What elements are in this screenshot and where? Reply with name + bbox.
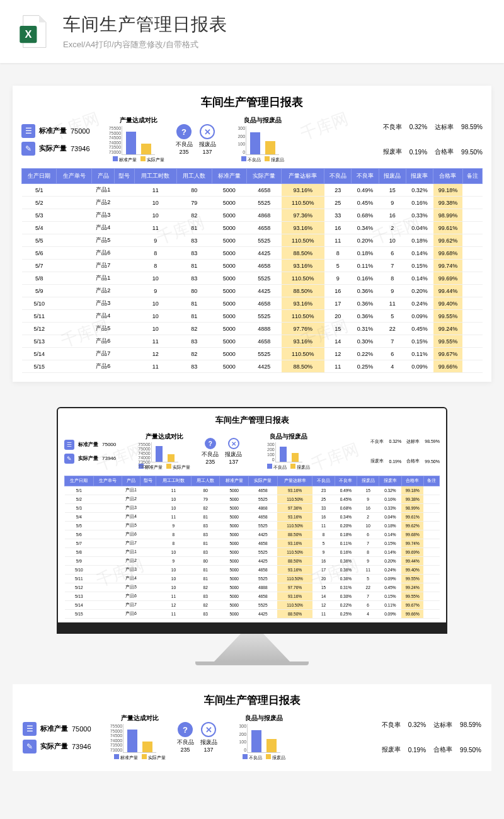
table-row: 5/6产品68835000442588.50%80.18%60.14%99.68…	[22, 247, 483, 260]
table-row: 5/2产品2107950005525110.50%250.45%90.16%99…	[22, 197, 483, 209]
question-icon: ?	[178, 722, 193, 737]
table-header: 用工人数	[191, 476, 220, 486]
act-output-label: 实际产量	[78, 455, 98, 462]
table-header: 实际产量	[246, 169, 281, 184]
table-header: 不良率	[352, 169, 379, 184]
chart-output-compare: 产量达成对比 755007500074500740007350073000 标准…	[139, 432, 190, 471]
checklist-icon: ✎	[23, 740, 37, 753]
table-row: 5/13产品611835000465893.16%140.30%70.15%99…	[22, 335, 483, 348]
stat-icons: ?不良品235 ✕报废品137	[202, 432, 242, 471]
table-row: 5/3产品310825000486897.36%330.68%160.33%98…	[65, 504, 440, 513]
table-row: 5/8产品1108350005525110.50%90.16%80.14%99.…	[22, 272, 483, 285]
std-output-label: 标准产量	[78, 441, 98, 448]
table-header: 备注	[423, 476, 439, 486]
stat-icons: ?不良品235 ✕报废品137	[177, 714, 217, 761]
table-row: 5/10产品310815000465893.16%170.36%110.24%9…	[22, 297, 483, 310]
table-header: 标准产量	[220, 476, 249, 486]
std-output-value: 75000	[71, 127, 90, 135]
checklist-icon: ✎	[64, 454, 74, 464]
template-preview-large: 千库网 千库网 千库网 千库网 千库网 千库网 车间生产管理日报表 ☰标准产量7…	[13, 86, 491, 382]
table-header: 不良率	[335, 476, 357, 486]
table-row: 5/2产品2107950005525110.50%250.45%90.16%99…	[65, 495, 440, 504]
report-title: 车间生产管理日报表	[21, 94, 483, 110]
stat-icons: ?不良品235 ✕报废品137	[176, 116, 216, 163]
table-header: 合格率	[433, 169, 463, 184]
table-row: 5/7产品78815000465893.16%50.11%70.15%99.74…	[65, 539, 440, 548]
chart-defect-scrap: 良品与报废品 3002001000 不良品报废品	[267, 432, 310, 471]
question-icon: ?	[205, 438, 216, 449]
checklist-icon: ✎	[21, 142, 35, 156]
production-table: 生产日期生产单号产品型号用工工时数用工人数标准产量实际产量产量达标率不良品不良率…	[21, 168, 483, 373]
summary-row: ☰标准产量75000 ✎实际产量73946 产量达成对比 75500750007…	[64, 432, 440, 471]
close-circle-icon: ✕	[200, 124, 215, 139]
close-circle-icon: ✕	[228, 438, 239, 449]
rate-summary: 不良率0.32%达标率98.59% 报废率0.19%合格率99.50%	[382, 714, 481, 761]
excel-file-icon: X	[15, 13, 52, 50]
table-header: 产量达标率	[282, 169, 324, 184]
table-row: 5/8产品1108350005525110.50%90.16%80.14%99.…	[65, 548, 440, 557]
table-header: 生产单号	[93, 476, 122, 486]
table-row: 5/15产品611835000442588.50%110.25%40.09%99…	[65, 610, 440, 619]
table-row: 5/12产品510825000488897.76%150.31%220.45%9…	[22, 323, 483, 335]
act-output-value: 73946	[72, 743, 91, 750]
act-output-value: 73946	[102, 455, 116, 461]
table-header: 型号	[140, 476, 156, 486]
table-header: 报废品	[379, 169, 406, 184]
table-row: 5/4产品411815000465893.16%160.34%20.04%99.…	[65, 513, 440, 522]
table-row: 5/7产品78815000465893.16%50.11%70.15%99.74…	[22, 260, 483, 272]
table-row: 5/14产品7128250005525110.50%120.22%60.11%9…	[65, 601, 440, 610]
table-header: 产品	[91, 169, 115, 184]
table-header: 标准产量	[212, 169, 246, 184]
chart-output-compare: 产量达成对比 755007500074500740007350073000 标准…	[113, 116, 164, 163]
header-banner: X 车间生产管理日报表 Excel/A4打印/内容随意修改/自带格式	[0, 0, 504, 63]
table-header: 备注	[462, 169, 482, 184]
rate-summary: 不良率0.32%达标率98.59% 报废率0.19%合格率99.50%	[383, 116, 483, 163]
table-row: 5/11产品4108150005525110.50%200.36%50.09%9…	[22, 310, 483, 323]
table-header: 用工人数	[177, 169, 212, 184]
table-header: 不良品	[324, 169, 352, 184]
summary-row: ☰标准产量75000 ✎实际产量73946 产量达成对比 75500750007…	[23, 714, 481, 761]
report-title: 车间生产管理日报表	[23, 693, 481, 707]
question-icon: ?	[176, 124, 192, 139]
page-subtitle: Excel/A4打印/内容随意修改/自带格式	[63, 39, 227, 50]
table-row: 5/4产品411815000465893.16%160.34%20.04%99.…	[22, 222, 483, 234]
table-header: 生产日期	[22, 169, 57, 184]
table-row: 5/14产品7128250005525110.50%120.22%60.11%9…	[22, 348, 483, 360]
kpi-block: ☰标准产量75000 ✎实际产量73946	[21, 116, 90, 163]
calendar-icon: ☰	[64, 440, 74, 450]
table-header: 产品	[122, 476, 140, 486]
kpi-block: ☰标准产量75000 ✎实际产量73946	[64, 432, 116, 471]
table-header: 用工工时数	[134, 169, 177, 184]
table-header: 用工工时数	[156, 476, 191, 486]
table-header: 合格率	[401, 476, 423, 486]
calendar-icon: ☰	[23, 722, 37, 736]
act-output-label: 实际产量	[39, 144, 67, 153]
table-header: 型号	[115, 169, 134, 184]
table-row: 5/13产品611835000465893.16%140.30%70.15%99…	[65, 592, 440, 601]
table-row: 5/10产品310815000465893.16%170.36%110.24%9…	[65, 566, 440, 575]
table-row: 5/5产品598350005525110.50%110.20%100.18%99…	[22, 234, 483, 247]
table-row: 5/9产品29805000442588.50%160.36%90.20%99.4…	[22, 285, 483, 297]
table-header: 报废品	[357, 476, 379, 486]
table-header: 生产日期	[65, 476, 94, 486]
calendar-icon: ☰	[21, 124, 35, 138]
monitor-mockup: 千库网 千库网 千库网 千库网 车间生产管理日报表 ☰标准产量75000 ✎实际…	[0, 407, 504, 665]
table-header: 产量达标率	[277, 476, 312, 486]
std-output-label: 标准产量	[40, 724, 68, 733]
report-title: 车间生产管理日报表	[64, 415, 440, 426]
svg-text:X: X	[25, 28, 32, 40]
table-row: 5/1产品111805000465893.16%230.49%150.32%99…	[65, 486, 440, 495]
chart-defect-scrap: 良品与报废品 3002001000 不良品报废品	[241, 116, 284, 163]
summary-row: ☰标准产量75000 ✎实际产量73946 产量达成对比 75500750007…	[21, 116, 483, 163]
table-row: 5/1产品111805000465893.16%230.49%150.32%99…	[22, 184, 483, 197]
close-circle-icon: ✕	[201, 722, 216, 737]
page-title: 车间生产管理日报表	[63, 13, 227, 37]
chart-output-compare: 产量达成对比 755007500074500740007350073000 标准…	[114, 714, 166, 761]
table-row: 5/12产品510825000488897.76%150.31%220.45%9…	[65, 583, 440, 592]
table-row: 5/11产品4108150005525110.50%200.36%50.09%9…	[65, 575, 440, 583]
act-output-value: 73946	[71, 145, 90, 152]
std-output-label: 标准产量	[39, 126, 67, 135]
table-row: 5/15产品611835000442588.50%110.25%40.09%99…	[22, 360, 483, 373]
kpi-block: ☰标准产量75000 ✎实际产量73946	[23, 714, 91, 761]
table-header: 不良品	[312, 476, 335, 486]
